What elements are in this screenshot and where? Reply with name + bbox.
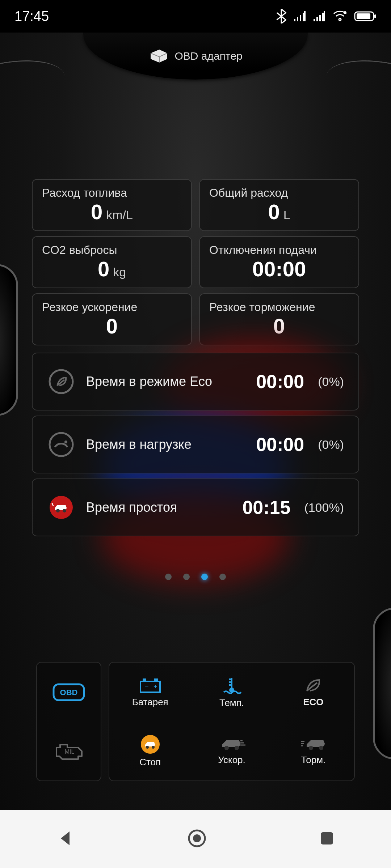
widget-label: Темп. (219, 697, 244, 709)
svg-rect-35 (321, 832, 333, 844)
mil-button[interactable]: MIL (37, 722, 101, 780)
svg-text:−: − (145, 683, 149, 690)
metric-label: Общий расход (209, 186, 349, 200)
mode-pct: (0%) (318, 438, 344, 452)
metric-label: Расход топлива (42, 186, 182, 200)
obd-button[interactable]: OBD (37, 663, 101, 722)
widget-eco[interactable]: ECO (273, 663, 354, 722)
mode-value: 00:00 (256, 434, 304, 455)
home-icon (187, 828, 207, 848)
mode-load-row[interactable]: Время в нагрузке 00:00 (0%) (32, 416, 359, 473)
title-bar[interactable]: OBD адаптер (83, 33, 308, 80)
widgets-grid: −+ Батарея Темп. ECO Стоп Ускор. Торм (109, 662, 355, 781)
svg-rect-16 (143, 678, 146, 681)
widget-label: ECO (303, 697, 323, 708)
car-idle-icon (49, 495, 74, 520)
status-time: 17:45 (14, 9, 49, 24)
mode-value: 00:15 (242, 497, 290, 518)
widgets-panel: OBD MIL −+ Батарея Темп. ECO Стоп (36, 662, 355, 781)
widget-label: Ускор. (218, 754, 245, 766)
metric-value: 0 (106, 314, 118, 338)
side-buttons: OBD MIL (36, 662, 101, 781)
mode-eco-row[interactable]: Время в режиме Eco 00:00 (0%) (32, 353, 359, 410)
bluetooth-icon (276, 9, 287, 24)
widget-label: Батарея (132, 697, 168, 708)
metric-value: 00:00 (252, 257, 306, 281)
widget-stop[interactable]: Стоп (109, 722, 191, 780)
metric-unit: kg (113, 265, 126, 279)
widget-brake[interactable]: Торм. (273, 722, 354, 780)
metric-fuel-consumption[interactable]: Расход топлива 0km/L (32, 179, 192, 231)
status-bar: 17:45 (0, 0, 391, 33)
svg-point-8 (64, 441, 67, 443)
svg-point-22 (146, 746, 149, 749)
metric-value: 0 (91, 200, 102, 224)
navigation-bar (0, 810, 391, 868)
widget-temp[interactable]: Темп. (191, 663, 272, 722)
mode-idle-row[interactable]: Время простоя 00:15 (100%) (32, 478, 359, 536)
metrics-panel: Расход топлива 0km/L Общий расход 0L CO2… (32, 179, 359, 536)
svg-point-23 (152, 746, 155, 749)
svg-rect-5 (357, 13, 370, 19)
metric-label: Резкое ускорение (42, 301, 182, 314)
eco-widget-icon (303, 676, 323, 694)
mode-label: Время в нагрузке (86, 437, 192, 452)
metric-total-consumption[interactable]: Общий расход 0L (199, 179, 359, 231)
leaf-icon (49, 369, 74, 394)
svg-rect-0 (304, 11, 306, 21)
metric-co2[interactable]: CO2 выбросы 0kg (32, 236, 192, 288)
back-icon (56, 829, 75, 848)
metric-value: 0 (98, 257, 109, 281)
svg-point-26 (309, 746, 313, 750)
metric-hard-accel[interactable]: Резкое ускорение 0 (32, 293, 192, 345)
widget-label: Стоп (139, 757, 161, 768)
mode-value: 00:00 (256, 371, 304, 392)
page-dot-2[interactable] (183, 574, 190, 580)
mode-pct: (0%) (318, 375, 344, 389)
widget-label: Торм. (301, 754, 325, 766)
page-dot-1[interactable] (165, 574, 172, 580)
obd-adapter-icon (148, 48, 169, 64)
engine-mil-icon: MIL (51, 740, 86, 762)
right-knob[interactable] (373, 608, 391, 760)
home-button[interactable] (187, 828, 207, 850)
battery-icon (354, 10, 377, 22)
page-dots (0, 574, 391, 580)
app-body: OBD адаптер Расход топлива 0km/L Общий р… (0, 33, 391, 810)
battery-widget-icon: −+ (138, 676, 163, 694)
signal-1-icon (293, 10, 306, 22)
widget-battery[interactable]: −+ Батарея (109, 663, 191, 722)
metric-fuel-cut[interactable]: Отключения подачи 00:00 (199, 236, 359, 288)
left-knob[interactable] (0, 264, 18, 416)
metric-hard-brake[interactable]: Резкое торможение 0 (199, 293, 359, 345)
wifi-icon (332, 10, 348, 22)
signal-2-icon (313, 10, 326, 22)
metric-label: Резкое торможение (209, 301, 349, 314)
page-dot-4[interactable] (219, 574, 226, 580)
svg-point-24 (224, 746, 229, 750)
svg-point-27 (319, 746, 323, 750)
svg-point-10 (56, 509, 60, 512)
mode-pct: (100%) (304, 501, 344, 515)
back-button[interactable] (56, 829, 75, 850)
metric-value: 0 (268, 200, 279, 224)
svg-text:MIL: MIL (65, 749, 75, 755)
svg-text:OBD: OBD (60, 688, 78, 697)
svg-point-2 (344, 11, 346, 14)
stop-widget-icon (139, 734, 161, 754)
metric-unit: km/L (106, 208, 133, 222)
mode-label: Время простоя (86, 500, 177, 515)
mode-label: Время в режиме Eco (86, 374, 212, 389)
widget-accel[interactable]: Ускор. (191, 722, 272, 780)
metric-label: CO2 выбросы (42, 243, 182, 257)
metric-value: 0 (273, 314, 285, 338)
svg-point-11 (63, 509, 66, 512)
svg-rect-4 (374, 14, 376, 18)
obd-icon: OBD (51, 681, 86, 703)
svg-text:+: + (154, 683, 157, 690)
recent-button[interactable] (319, 830, 335, 848)
metric-label: Отключения подачи (209, 243, 349, 257)
accel-widget-icon (217, 736, 246, 752)
svg-rect-17 (154, 678, 158, 681)
page-dot-3[interactable] (201, 574, 208, 580)
